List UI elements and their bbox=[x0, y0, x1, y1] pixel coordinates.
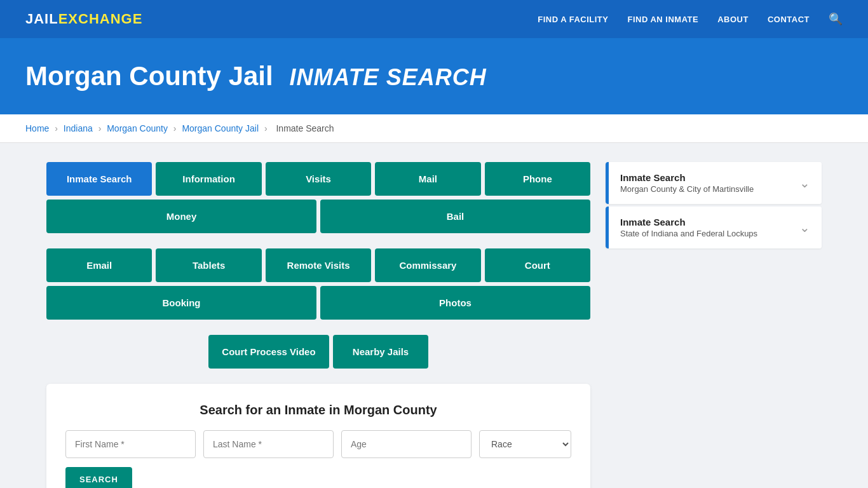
breadcrumb-morgan-county-jail[interactable]: Morgan County Jail bbox=[182, 123, 259, 133]
breadcrumb-home[interactable]: Home bbox=[25, 123, 49, 133]
hero-section: Morgan County Jail INMATE SEARCH bbox=[0, 38, 868, 114]
right-card-2-title: Inmate Search bbox=[620, 217, 757, 227]
breadcrumb-current: Inmate Search bbox=[276, 123, 334, 133]
nav-find-inmate[interactable]: FIND AN INMATE bbox=[627, 15, 698, 24]
btn-mail[interactable]: Mail bbox=[375, 162, 480, 196]
btn-photos[interactable]: Photos bbox=[320, 286, 590, 320]
btn-email[interactable]: Email bbox=[46, 248, 152, 282]
page-title: Morgan County Jail INMATE SEARCH bbox=[25, 61, 843, 92]
btn-court-process-video[interactable]: Court Process Video bbox=[208, 335, 329, 369]
search-form-title: Search for an Inmate in Morgan County bbox=[65, 403, 571, 417]
chevron-down-icon: ⌄ bbox=[799, 175, 810, 191]
button-grid-row1: Inmate Search Information Visits Mail Ph… bbox=[46, 162, 590, 233]
age-input[interactable] bbox=[341, 430, 471, 458]
left-panel: Inmate Search Information Visits Mail Ph… bbox=[46, 162, 590, 488]
form-row-inputs: Race White Black Hispanic Asian Other bbox=[65, 430, 571, 458]
search-button[interactable]: SEARCH bbox=[65, 467, 132, 488]
btn-inmate-search[interactable]: Inmate Search bbox=[46, 162, 152, 196]
button-grid-row2: Email Tablets Remote Visits Commissary C… bbox=[46, 248, 590, 320]
race-select[interactable]: Race White Black Hispanic Asian Other bbox=[479, 430, 571, 458]
btn-visits[interactable]: Visits bbox=[266, 162, 371, 196]
breadcrumb-indiana[interactable]: Indiana bbox=[64, 123, 93, 133]
breadcrumb: Home › Indiana › Morgan County › Morgan … bbox=[0, 114, 868, 143]
breadcrumb-morgan-county[interactable]: Morgan County bbox=[107, 123, 168, 133]
right-card-1: Inmate Search Morgan County & City of Ma… bbox=[606, 162, 822, 204]
right-card-1-header[interactable]: Inmate Search Morgan County & City of Ma… bbox=[606, 162, 822, 204]
btn-tablets[interactable]: Tablets bbox=[156, 248, 261, 282]
right-card-1-subtitle: Morgan County & City of Martinsville bbox=[620, 184, 754, 194]
first-name-input[interactable] bbox=[65, 430, 196, 458]
main-nav: FIND A FACILITY FIND AN INMATE ABOUT CON… bbox=[538, 12, 843, 26]
right-card-2-header[interactable]: Inmate Search State of Indiana and Feder… bbox=[606, 207, 822, 248]
logo-exchange: EXCHANGE bbox=[58, 11, 143, 27]
nav-contact[interactable]: CONTACT bbox=[768, 15, 810, 24]
btn-commissary[interactable]: Commissary bbox=[375, 248, 480, 282]
right-panel: Inmate Search Morgan County & City of Ma… bbox=[606, 162, 822, 251]
button-grid-row3: Court Process Video Nearby Jails bbox=[46, 335, 590, 369]
btn-remote-visits[interactable]: Remote Visits bbox=[266, 248, 371, 282]
btn-booking[interactable]: Booking bbox=[46, 286, 316, 320]
nav-find-facility[interactable]: FIND A FACILITY bbox=[538, 15, 608, 24]
right-card-1-title: Inmate Search bbox=[620, 172, 754, 183]
right-card-2-subtitle: State of Indiana and Federal Lockups bbox=[620, 229, 757, 238]
main-content: Inmate Search Information Visits Mail Ph… bbox=[21, 143, 847, 488]
site-logo: JAILEXCHANGE bbox=[25, 11, 142, 27]
btn-money[interactable]: Money bbox=[46, 200, 316, 233]
right-card-2: Inmate Search State of Indiana and Feder… bbox=[606, 207, 822, 248]
nav-about[interactable]: ABOUT bbox=[717, 15, 749, 24]
btn-phone[interactable]: Phone bbox=[485, 162, 590, 196]
logo-jail: JAIL bbox=[25, 11, 58, 27]
btn-nearby-jails[interactable]: Nearby Jails bbox=[333, 335, 428, 369]
search-icon-button[interactable]: 🔍 bbox=[829, 12, 843, 26]
site-header: JAILEXCHANGE FIND A FACILITY FIND AN INM… bbox=[0, 0, 868, 38]
chevron-down-icon-2: ⌄ bbox=[799, 220, 810, 235]
search-form-box: Search for an Inmate in Morgan County Ra… bbox=[46, 384, 590, 488]
btn-bail[interactable]: Bail bbox=[320, 200, 590, 233]
last-name-input[interactable] bbox=[203, 430, 334, 458]
btn-court[interactable]: Court bbox=[485, 248, 590, 282]
btn-information[interactable]: Information bbox=[156, 162, 261, 196]
